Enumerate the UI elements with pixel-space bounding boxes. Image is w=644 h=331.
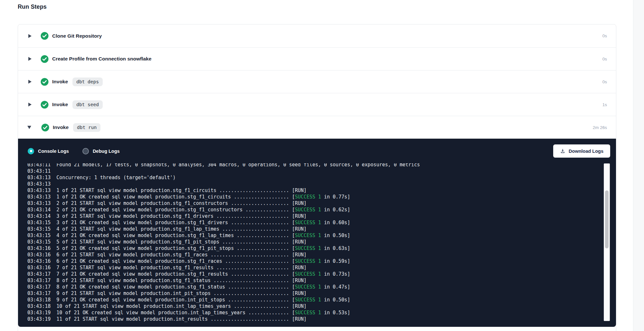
log-line: 03:43:17 8 of 21 START sql view model pr…: [27, 277, 602, 284]
log-line: 03:43:11 Found 21 models, 17 tests, 0 sn…: [27, 163, 602, 168]
expand-caret-icon[interactable]: [28, 103, 32, 106]
log-line: 03:43:13 1 of 21 START sql view model pr…: [27, 187, 602, 194]
success-check-icon: [41, 101, 49, 109]
step-command-badge: dbt deps: [72, 78, 103, 86]
console-logs-radio[interactable]: Console Logs: [28, 148, 69, 154]
step-duration: 0s: [602, 33, 607, 38]
log-line: 03:43:14 3 of 21 START sql view model pr…: [27, 213, 602, 219]
log-line: 03:43:18 9 of 21 OK created sql view mod…: [27, 297, 602, 303]
console-log-output: 03:43:11 Found 21 models, 17 tests, 0 sn…: [18, 163, 602, 325]
debug-logs-label: Debug Logs: [93, 149, 120, 154]
console-log-panel: Console Logs Debug Logs Download Logs 03…: [18, 139, 616, 327]
success-check-icon: [41, 124, 49, 132]
log-line: 03:43:17 7 of 21 OK created sql view mod…: [27, 271, 602, 277]
log-line: 03:43:19 10 of 21 OK created sql view mo…: [27, 309, 602, 316]
log-scrollbar[interactable]: [604, 163, 610, 321]
log-line: 03:43:15 4 of 21 OK created sql view mod…: [27, 232, 602, 239]
radio-unselected-icon[interactable]: [82, 148, 89, 154]
run-step-row[interactable]: Create Profile from Connection snowflake…: [18, 47, 616, 70]
log-line: 03:43:16 5 of 21 OK created sql view mod…: [27, 245, 602, 252]
log-line: 03:43:13 2 of 21 START sql view model pr…: [27, 200, 602, 207]
log-line: 03:43:19 11 of 21 START sql view model p…: [27, 316, 602, 322]
step-command-badge: dbt run: [73, 123, 100, 132]
page-side-gutter: [633, 0, 644, 331]
step-duration: 0s: [602, 57, 607, 61]
run-steps-card: Clone Git Repository 0s Create Profile f…: [18, 24, 616, 331]
success-check-icon: [41, 32, 49, 40]
step-duration: 1s: [602, 102, 607, 107]
log-line: 03:43:11: [27, 168, 602, 174]
download-logs-label: Download Logs: [569, 149, 603, 154]
console-logs-label: Console Logs: [38, 149, 69, 154]
log-scrollbar-thumb[interactable]: [605, 190, 609, 248]
debug-logs-radio[interactable]: Debug Logs: [82, 148, 120, 154]
page-title: Run Steps: [18, 4, 47, 10]
step-duration: 2m 26s: [593, 125, 607, 130]
expand-caret-icon[interactable]: [28, 80, 32, 84]
expand-caret-icon[interactable]: [27, 126, 31, 129]
expand-caret-icon[interactable]: [28, 34, 32, 38]
log-line: 03:43:17 9 of 21 START sql view model pr…: [27, 290, 602, 297]
run-step-row[interactable]: Clone Git Repository 0s: [18, 24, 616, 47]
log-toolbar: Console Logs Debug Logs Download Logs: [18, 139, 616, 163]
run-steps-list: Clone Git Repository 0s Create Profile f…: [18, 24, 616, 139]
log-line: 03:43:13 1 of 21 OK created sql view mod…: [27, 194, 602, 200]
run-step-row[interactable]: Invoke dbt run 2m 26s: [18, 116, 616, 139]
success-check-icon: [41, 78, 49, 86]
step-title: Clone Git Repository: [52, 33, 102, 39]
log-line: 03:43:18 10 of 21 START sql view model p…: [27, 303, 602, 309]
log-line: 03:43:14 2 of 21 OK created sql view mod…: [27, 207, 602, 213]
step-title: Invoke: [53, 124, 69, 130]
step-title: Create Profile from Connection snowflake: [52, 56, 151, 62]
log-line: 03:43:16 6 of 21 OK created sql view mod…: [27, 258, 602, 264]
log-line: 03:43:16 7 of 21 START sql view model pr…: [27, 264, 602, 271]
log-line: 03:43:13 Concurrency: 1 threads (target=…: [27, 174, 602, 181]
step-title: Invoke: [52, 79, 68, 85]
run-step-row[interactable]: Invoke dbt seed 1s: [18, 93, 616, 116]
step-command-badge: dbt seed: [72, 100, 103, 109]
log-line: 03:43:15 3 of 21 OK created sql view mod…: [27, 219, 602, 226]
download-icon: [560, 148, 565, 154]
step-duration: 0s: [602, 79, 607, 84]
radio-selected-icon[interactable]: [28, 148, 34, 154]
log-line: 03:43:16 6 of 21 START sql view model pr…: [27, 252, 602, 258]
download-logs-button[interactable]: Download Logs: [553, 144, 610, 158]
log-line: 03:43:13: [27, 181, 602, 187]
run-step-row[interactable]: Invoke dbt deps 0s: [18, 70, 616, 93]
log-line: 03:43:15 5 of 21 START sql view model pr…: [27, 239, 602, 245]
expand-caret-icon[interactable]: [28, 57, 32, 61]
log-line: 03:43:17 8 of 21 OK created sql view mod…: [27, 284, 602, 290]
step-title: Invoke: [52, 102, 68, 107]
success-check-icon: [41, 55, 49, 63]
log-line: 03:43:15 4 of 21 START sql view model pr…: [27, 226, 602, 232]
